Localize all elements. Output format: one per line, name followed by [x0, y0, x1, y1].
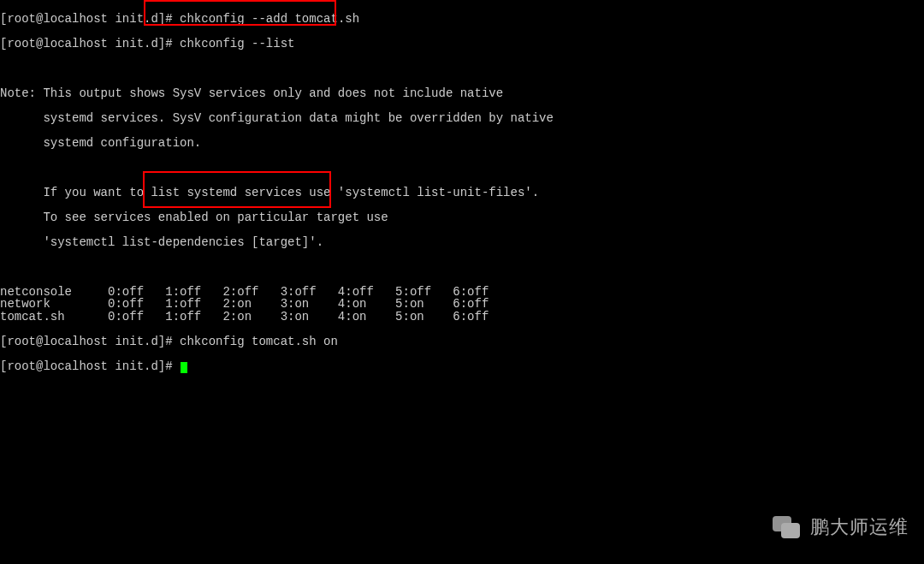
note-line: Note: This output shows SysV services on…	[0, 87, 924, 100]
watermark-text: 鹏大师运维	[810, 521, 909, 534]
shell-prompt: [root@localhost init.d]#	[0, 37, 180, 50]
shell-prompt: [root@localhost init.d]#	[0, 359, 180, 373]
service-table: netconsole 0:off 1:off 2:off 3:off 4:off…	[0, 286, 924, 324]
blank-line	[0, 162, 924, 175]
blank-line	[0, 62, 924, 75]
shell-prompt: [root@localhost init.d]#	[0, 335, 180, 348]
service-row: network 0:off 1:off 2:on 3:on 4:on 5:on …	[0, 298, 924, 311]
service-row: tomcat.sh 0:off 1:off 2:on 3:on 4:on 5:o…	[0, 311, 924, 324]
blank-line	[0, 261, 924, 274]
cmd-line-1: [root@localhost init.d]# chkconfig --add…	[0, 13, 924, 26]
note-line: To see services enabled on particular ta…	[0, 211, 924, 224]
cursor-icon	[181, 362, 187, 373]
note-line: 'systemctl list-dependencies [target]'.	[0, 236, 924, 249]
cmd-line-2: [root@localhost init.d]# chkconfig --lis…	[0, 38, 924, 50]
note-line: systemd configuration.	[0, 137, 924, 150]
command-text: chkconfig --add tomcat.sh	[180, 12, 359, 26]
shell-prompt: [root@localhost init.d]#	[0, 12, 180, 26]
cmd-line-3: [root@localhost init.d]# chkconfig tomca…	[0, 335, 924, 348]
command-text: chkconfig tomcat.sh on	[180, 335, 338, 348]
note-line: systemd services. SysV configuration dat…	[0, 112, 924, 125]
note-line: If you want to list systemd services use…	[0, 187, 924, 199]
terminal-screen[interactable]: [root@localhost init.d]# chkconfig --add…	[0, 0, 924, 385]
cmd-line-4: [root@localhost init.d]#	[0, 360, 924, 373]
service-row: netconsole 0:off 1:off 2:off 3:off 4:off…	[0, 286, 924, 299]
wechat-icon	[771, 514, 802, 540]
command-text: chkconfig --list	[180, 37, 294, 50]
watermark: 鹏大师运维	[771, 514, 909, 540]
